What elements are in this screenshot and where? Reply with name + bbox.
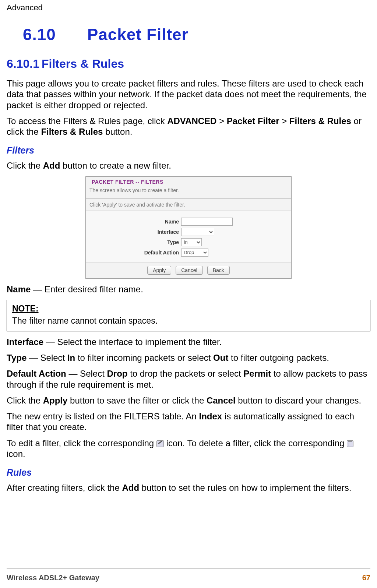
edit-icon <box>156 440 164 447</box>
packet-filter-screenshot: PACKET FILTER -- FILTERS The screen allo… <box>85 176 292 279</box>
page-footer: Wireless ADSL2+ Gateway 67 <box>7 568 370 582</box>
screenshot-form: Name Interface Type In Default Action Dr… <box>86 211 291 263</box>
apply-cancel-text: Click the Apply button to save the filte… <box>7 395 370 406</box>
filters-click-add: Click the Add button to create a new fil… <box>7 160 370 171</box>
edit-delete-text: To edit a filter, click the correspondin… <box>7 438 370 460</box>
def-name: Name — Enter desired filter name. <box>7 284 370 295</box>
def-type: Type — Select In to filter incoming pack… <box>7 352 370 363</box>
name-input[interactable] <box>181 218 233 226</box>
form-row-default-action: Default Action Drop <box>89 249 288 257</box>
label-name: Name <box>120 219 179 225</box>
subsection-name: Filters & Rules <box>42 57 124 70</box>
subsection-number: 6.10.1 <box>7 57 39 71</box>
rules-paragraph: After creating filters, click the Add bu… <box>7 482 370 493</box>
note-text: The filter name cannot contain spaces. <box>12 316 365 326</box>
filters-heading: Filters <box>7 145 370 156</box>
label-type: Type <box>120 239 179 245</box>
subsection-title: 6.10.1Filters & Rules <box>7 57 370 71</box>
screenshot-title: PACKET FILTER -- FILTERS <box>86 177 291 187</box>
form-row-type: Type In <box>89 238 288 246</box>
rules-heading: Rules <box>7 467 370 478</box>
intro-paragraph-1: This page allows you to create packet fi… <box>7 78 370 110</box>
page-header: Advanced <box>7 3 370 15</box>
type-select[interactable]: In <box>181 238 202 246</box>
def-interface: Interface — Select the interface to impl… <box>7 337 370 347</box>
screenshot-container: PACKET FILTER -- FILTERS The screen allo… <box>7 176 370 279</box>
section-number: 6.10 <box>23 25 87 44</box>
apply-button[interactable]: Apply <box>147 266 171 275</box>
interface-select[interactable] <box>181 228 214 236</box>
note-box: NOTE: The filter name cannot contain spa… <box>7 300 370 331</box>
label-default-action: Default Action <box>120 250 179 256</box>
screenshot-desc-1: The screen allows you to create a filter… <box>86 187 291 199</box>
def-default-action: Default Action — Select Drop to drop the… <box>7 368 370 390</box>
intro-paragraph-2: To access the Filters & Rules page, clic… <box>7 116 370 137</box>
section-title: 6.10Packet Filter <box>23 25 370 44</box>
index-text: The new entry is listed on the FILTERS t… <box>7 411 370 433</box>
label-interface: Interface <box>120 229 179 235</box>
note-label: NOTE: <box>12 304 365 314</box>
footer-product: Wireless ADSL2+ Gateway <box>7 574 99 582</box>
chapter-name: Advanced <box>7 3 43 12</box>
page-number: 67 <box>362 574 370 582</box>
form-row-interface: Interface <box>89 228 288 236</box>
section-name: Packet Filter <box>87 25 188 43</box>
trash-icon <box>347 440 353 447</box>
default-action-select[interactable]: Drop <box>181 249 208 257</box>
cancel-button[interactable]: Cancel <box>176 266 203 275</box>
back-button[interactable]: Back <box>207 266 230 275</box>
form-row-name: Name <box>89 218 288 226</box>
screenshot-buttons: Apply Cancel Back <box>86 263 291 278</box>
screenshot-desc-2: Click 'Apply' to save and activate the f… <box>86 199 291 211</box>
